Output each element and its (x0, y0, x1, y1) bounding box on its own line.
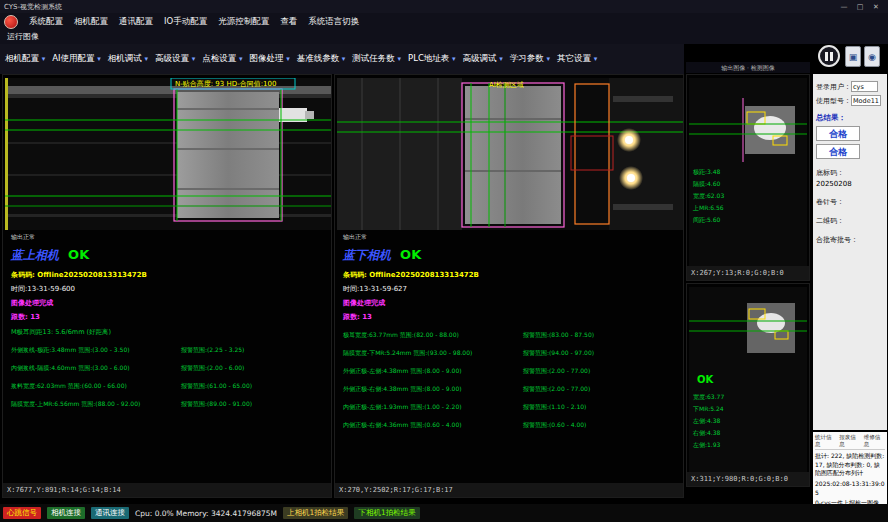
time-text: 时间:13-31-59-627 (343, 284, 679, 294)
detail-line: 上MR:6.56 (692, 204, 724, 211)
base-code-value: 20250208 (816, 180, 884, 188)
tool-spot-check[interactable]: 点检设置 ▾ (202, 53, 242, 65)
close-icon[interactable]: ✕ (868, 3, 884, 11)
view-tab-row: 运行图像 (0, 31, 888, 44)
upper-camera-result-label[interactable]: 上相机1拍检结果 (283, 507, 348, 519)
measure-row: 内侧正极-右侧:4.36mm 范围:(0.60 - 4.00)报警范围:(0.6… (343, 421, 679, 430)
chevron-down-icon: ▾ (594, 55, 598, 63)
tool-plc-address[interactable]: PLC地址表 ▾ (408, 53, 456, 65)
title-bar: CYS-视觉检测系统 — □ ✕ (0, 0, 888, 13)
camera-panel-detail-bottom: OK 宽度:63.77 下MR:5.24 左侧:4.38 右侧:4.38 左侧:… (686, 283, 810, 487)
chevron-down-icon: ▾ (398, 55, 402, 63)
chevron-down-icon: ▾ (547, 55, 551, 63)
menu-camera-config[interactable]: 相机配置 (74, 16, 108, 28)
detail-line: 左侧:1.93 (693, 441, 721, 449)
status-bar: 心跳信号 相机连接 通讯连接 Cpu: 0.0% Memory: 3424.41… (0, 504, 888, 522)
measure-row: 内侧浆线-隔膜:4.60mm 范围:(3.00 - 6.00)报警范围:(2.0… (11, 364, 327, 373)
menu-comm-config[interactable]: 通讯配置 (119, 16, 153, 28)
maximize-icon[interactable]: □ (852, 3, 868, 11)
menu-bar: 系统配置 相机配置 通讯配置 IO手动配置 光源控制配置 查看 系统语言切换 (0, 13, 888, 31)
camera-panel-detail-top: 极距:3.48 隔膜:4.60 宽度:62.03 上MR:6.56 间距:5.6… (686, 74, 810, 281)
extra-measure: M极耳间距13: 5.6/6mm (好距离) (11, 328, 327, 337)
menu-language-switch[interactable]: 系统语言切换 (308, 16, 359, 28)
chevron-down-icon: ▾ (286, 55, 290, 63)
output-note: 输出正常 (343, 233, 679, 242)
toolbar: 相机配置 ▾ AI使用配置 ▾ 相机调试 ▾ 高级设置 ▾ 点检设置 ▾ 图像处… (0, 44, 684, 74)
lock-button[interactable]: ◉ (864, 46, 880, 67)
right-column-header: 输出图像 · 检测图像 (686, 62, 810, 73)
comm-link-indicator: 通讯连接 (91, 507, 129, 519)
camera-name: 蓝上相机 (11, 248, 59, 262)
tool-other-settings[interactable]: 其它设置 ▾ (557, 53, 597, 65)
camera-view-lower[interactable]: AI检测区域 (337, 78, 683, 230)
camera-link-indicator: 相机连接 (47, 507, 85, 519)
camera-view-detail-top[interactable]: 极距:3.48 隔膜:4.60 宽度:62.03 上MR:6.56 间距:5.6… (689, 78, 807, 266)
pause-button[interactable] (818, 45, 840, 67)
tool-learning-params[interactable]: 学习参数 ▾ (510, 53, 550, 65)
roll-pin-label: 卷针号： (816, 197, 884, 207)
process-status: 图像处理完成 (11, 298, 327, 308)
stats-panel: 统计信息 报废信息 维修信息 批计: 222, 缺陷检测判数: 17, 缺陷分布… (813, 432, 887, 504)
chevron-down-icon: ▾ (144, 55, 148, 63)
tool-image-processing[interactable]: 图像处理 ▾ (249, 53, 289, 65)
chevron-down-icon: ▾ (452, 55, 456, 63)
process-status: 图像处理完成 (343, 298, 679, 308)
tool-baseline-params[interactable]: 基准线参数 ▾ (297, 53, 346, 65)
detail-line: 间距:5.60 (693, 216, 721, 224)
detail-line: 左侧:4.38 (693, 417, 721, 425)
measure-row: 外侧浆线-极距:3.48mm 范围:(3.00 - 3.50)报警范围:(2.2… (11, 346, 327, 355)
minimize-icon[interactable]: — (836, 3, 852, 11)
detail-line: 下MR:5.24 (693, 405, 724, 412)
tool-advanced-debug[interactable]: 高级调试 ▾ (463, 53, 503, 65)
menu-light-control[interactable]: 光源控制配置 (218, 16, 269, 28)
window-title: CYS-视觉检测系统 (4, 2, 62, 12)
tool-camera-debug[interactable]: 相机调试 ▾ (108, 53, 148, 65)
menu-system-config[interactable]: 系统配置 (29, 16, 63, 28)
result-badge: OK (68, 247, 89, 262)
measure-row: 浆料宽度:62.03mm 范围:(60.00 - 66.00)报警范围:(61.… (11, 382, 327, 391)
count-text: 跟数: 13 (343, 312, 679, 322)
menu-view[interactable]: 查看 (280, 16, 297, 28)
camera-panel-lower: AI检测区域 输出正常 蓝下相机 OK 条码码: OffIine20250208… (334, 74, 684, 498)
tool-test-tasks[interactable]: 测试任务数 ▾ (352, 53, 401, 65)
tab-run-image[interactable]: 运行图像 (7, 31, 39, 42)
info-panel: 登录用户： cys 使用型号： Mode11 总结果： 合格 合格 底标码： 2… (813, 74, 887, 430)
detail-line: 宽度:62.03 (693, 192, 724, 200)
chevron-down-icon: ▾ (192, 55, 196, 63)
output-note: 输出正常 (11, 233, 327, 242)
app-window: CYS-视觉检测系统 — □ ✕ 系统配置 相机配置 通讯配置 IO手动配置 光… (0, 0, 888, 522)
tab-stats-info[interactable]: 统计信息 (815, 434, 836, 448)
result-info-lower: 输出正常 蓝下相机 OK 条码码: OffIine202502081331347… (343, 233, 679, 430)
count-text: 跟数: 13 (11, 312, 327, 322)
chevron-down-icon: ▾ (499, 55, 503, 63)
login-user-select[interactable]: cys (851, 81, 878, 92)
snapshot-button[interactable]: ▣ (845, 46, 861, 67)
model-select[interactable]: Mode11 (851, 95, 881, 106)
heartbeat-indicator: 心跳信号 (3, 507, 41, 519)
overlay-text-upper: N-贴合高度: 93 HD-合同值:100 (175, 80, 276, 88)
camera-view-upper[interactable]: N-贴合高度: 93 HD-合同值:100 (5, 78, 331, 230)
total-result-label: 总结果： (816, 113, 884, 123)
measure-row: 隔膜宽度-下MR:5.24mm 范围:(93.00 - 98.00)报警范围:(… (343, 349, 679, 358)
total-result-box-upper: 合格 (816, 126, 860, 141)
tool-ai-config[interactable]: AI使用配置 ▾ (52, 53, 101, 65)
camera-view-detail-bottom[interactable]: OK 宽度:63.77 下MR:5.24 左侧:4.38 右侧:4.38 左侧:… (689, 287, 807, 472)
chevron-down-icon: ▾ (42, 55, 46, 63)
tool-advanced-settings[interactable]: 高级设置 ▾ (155, 53, 195, 65)
cpu-memory-readout: Cpu: 0.0% Memory: 3424.41796875M (135, 509, 277, 518)
menu-io-manual-config[interactable]: IO手动配置 (164, 16, 207, 28)
tool-camera-config[interactable]: 相机配置 ▾ (5, 53, 45, 65)
result-badge: OK (400, 247, 421, 262)
measure-row: 外侧正极-右侧:4.38mm 范围:(8.00 - 9.00)报警范围:(2.0… (343, 385, 679, 394)
lower-camera-result-label[interactable]: 下相机1拍检结果 (354, 507, 419, 519)
camera-name: 蓝下相机 (343, 248, 391, 262)
chevron-down-icon: ▾ (342, 55, 346, 63)
pixel-coords-detail-bottom: X:311;Y:980;R:0;G:0;B:0 (687, 472, 809, 486)
snapshot-icon: ▣ (849, 52, 858, 62)
tab-scrap-info[interactable]: 报废信息 (839, 434, 860, 448)
tab-repair-info[interactable]: 维修信息 (864, 434, 885, 448)
overlay-text-lower: AI检测区域 (489, 81, 524, 89)
detail-line: 隔膜:4.60 (693, 180, 721, 188)
measure-row: 内侧正极-左侧:1.93mm 范围:(1.00 - 2.20)报警范围:(1.1… (343, 403, 679, 412)
pause-icon (825, 52, 828, 61)
